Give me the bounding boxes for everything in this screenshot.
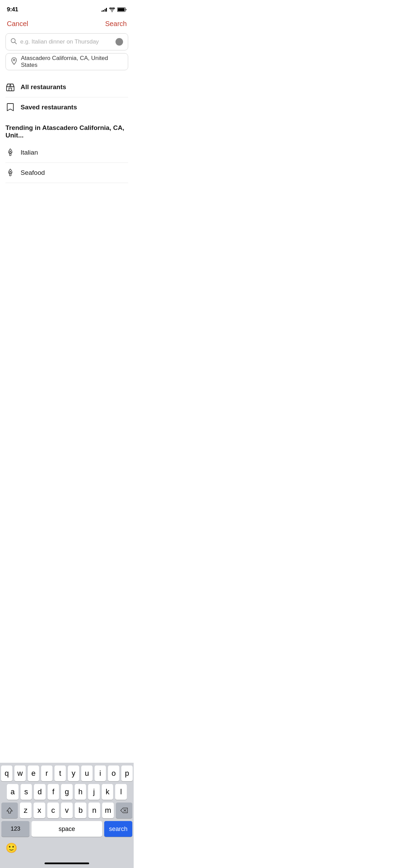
svg-point-4	[13, 59, 15, 61]
trending-seafood-item[interactable]: Seafood	[5, 163, 128, 183]
battery-icon	[117, 7, 127, 12]
search-input[interactable]	[20, 38, 116, 45]
svg-rect-1	[118, 8, 125, 11]
trending-italian-item[interactable]: Italian	[5, 143, 128, 163]
bookmark-icon	[5, 103, 15, 112]
status-time: 9:41	[7, 6, 18, 13]
flame-icon-seafood	[5, 168, 15, 177]
saved-restaurants-label: Saved restaurants	[21, 104, 77, 111]
trending-title: Trending in Atascadero California, CA, U…	[5, 124, 128, 139]
nav-bar: Cancel Search	[0, 17, 134, 33]
menu-section: All restaurants Saved restaurants	[0, 77, 134, 117]
location-text: Atascadero California, CA, United States	[21, 55, 123, 69]
status-icons	[101, 7, 127, 12]
svg-rect-5	[7, 87, 14, 91]
location-input-container[interactable]: Atascadero California, CA, United States	[5, 53, 128, 70]
trending-italian-label: Italian	[21, 149, 38, 156]
saved-restaurants-item[interactable]: Saved restaurants	[5, 97, 128, 117]
store-icon	[5, 83, 15, 92]
svg-rect-6	[9, 88, 12, 91]
search-clear-button[interactable]	[116, 38, 123, 46]
search-icon	[11, 38, 17, 46]
status-bar: 9:41	[0, 0, 134, 17]
search-nav-button[interactable]: Search	[105, 20, 127, 28]
all-restaurants-label: All restaurants	[21, 83, 66, 91]
wifi-icon	[109, 8, 115, 12]
all-restaurants-item[interactable]: All restaurants	[5, 77, 128, 97]
svg-line-8	[13, 84, 14, 87]
flame-icon-italian	[5, 148, 15, 157]
trending-section: Trending in Atascadero California, CA, U…	[0, 117, 134, 183]
signal-icon	[101, 8, 107, 12]
svg-line-3	[15, 42, 16, 44]
trending-seafood-label: Seafood	[21, 169, 45, 177]
search-input-container[interactable]	[5, 33, 128, 50]
svg-line-10	[10, 84, 11, 87]
cancel-button[interactable]: Cancel	[7, 20, 28, 28]
svg-line-7	[7, 84, 8, 87]
location-icon	[11, 57, 17, 66]
